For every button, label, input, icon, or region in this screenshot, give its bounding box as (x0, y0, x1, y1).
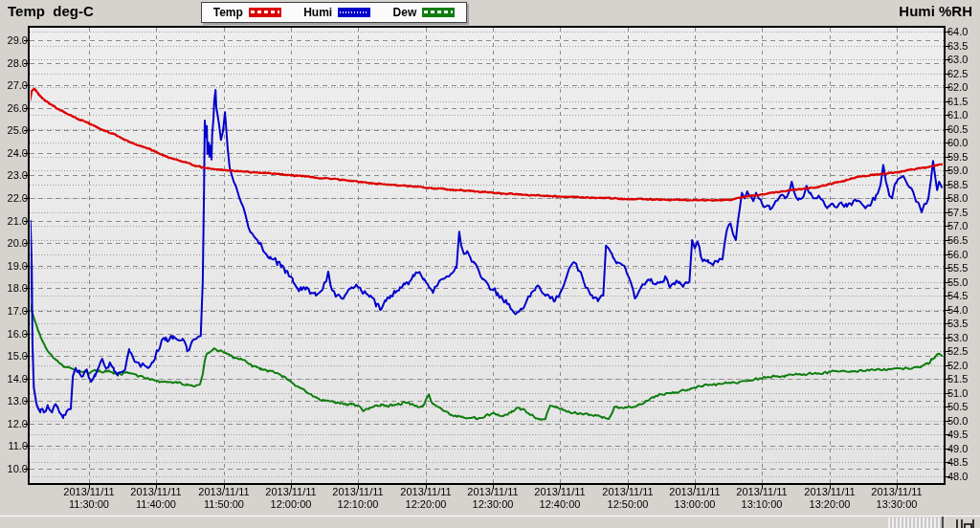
legend-label: Dew (393, 6, 417, 19)
left-axis-tick-label: 12.0 (2, 418, 28, 429)
left-axis-tick-label: 27.0 (2, 79, 28, 91)
dew-line-swatch-icon (422, 8, 455, 17)
right-axis-tick-label: 49.0 (947, 443, 978, 454)
legend-item-humi: Humi (303, 6, 370, 19)
cropped-glyph (972, 519, 974, 528)
legend-item-dew: Dew (393, 6, 456, 19)
left-axis-tick-label: 18.0 (2, 282, 28, 294)
right-axis-tick-label: 50.0 (947, 415, 978, 427)
humi-line-swatch-icon (338, 8, 370, 17)
left-axis-tick-label: 22.0 (2, 192, 28, 204)
right-axis-tick-label: 62.5 (947, 68, 978, 79)
right-axis-tick-label: 54.5 (947, 290, 978, 301)
left-axis-tick-label: 20.0 (2, 237, 28, 249)
right-axis-tick-label: 63.5 (947, 40, 978, 52)
cropped-glyph (956, 519, 958, 528)
right-axis-tick-label: 56.5 (947, 234, 978, 246)
right-axis-tick-label: 58.0 (947, 192, 978, 204)
right-axis-tick-label: 60.5 (947, 123, 978, 135)
chart-canvas (0, 0, 980, 528)
right-axis-tick-label: 59.5 (947, 151, 978, 163)
right-axis-tick-label: 63.0 (947, 54, 978, 65)
right-axis-tick-label: 59.0 (947, 165, 978, 176)
left-axis-tick-label: 16.0 (2, 328, 28, 340)
bottom-partial-toolbar (0, 516, 980, 528)
left-axis-tick-label: 10.0 (2, 463, 28, 474)
right-axis-tick-label: 48.5 (947, 456, 978, 468)
right-axis-tick-label: 54.0 (947, 304, 978, 316)
right-axis-tick-label: 64.0 (947, 26, 978, 37)
chart-window: Temp deg-C Humi %RH TempHumiDew 29.028.0… (0, 0, 980, 528)
left-axis-tick-label: 25.0 (2, 124, 28, 136)
left-axis-tick-label: 24.0 (2, 147, 28, 159)
legend-label: Humi (303, 6, 332, 19)
right-axis-tick-label: 55.0 (947, 276, 978, 288)
left-axis-tick-label: 23.0 (2, 169, 28, 181)
left-axis-tick-label: 13.0 (2, 395, 28, 407)
right-axis-tick-label: 60.0 (947, 137, 978, 148)
left-axis-tick-label: 21.0 (2, 215, 28, 227)
right-axis-tick-label: 52.5 (947, 345, 978, 357)
left-axis-title: Temp deg-C (8, 3, 94, 19)
right-axis-tick-label: 61.5 (947, 96, 978, 107)
left-axis-tick-label: 29.0 (2, 34, 28, 46)
right-axis-tick-label: 52.0 (947, 360, 978, 371)
right-axis-tick-label: 55.5 (947, 262, 978, 274)
right-axis-tick-label: 50.5 (947, 401, 978, 412)
right-axis-tick-label: 57.0 (947, 220, 978, 231)
cropped-glyph (961, 519, 963, 528)
right-axis-tick-label: 51.0 (947, 387, 978, 399)
temp-line-swatch-icon (249, 8, 281, 17)
right-axis-tick-label: 56.0 (947, 249, 978, 260)
right-axis-tick-label: 61.0 (947, 109, 978, 121)
left-axis-tick-label: 17.0 (2, 305, 28, 317)
left-axis-tick-label: 28.0 (2, 57, 28, 69)
right-axis-tick-label: 58.5 (947, 179, 978, 190)
legend-item-temp: Temp (213, 6, 281, 19)
left-axis-tick-label: 11.0 (2, 440, 28, 451)
right-axis-tick-label: 49.5 (947, 429, 978, 440)
right-axis-tick-label: 51.5 (947, 373, 978, 385)
left-axis-tick-label: 26.0 (2, 102, 28, 114)
x-axis-tick-label: 2013/11/1113:30:00 (857, 486, 937, 511)
left-axis-tick-label: 19.0 (2, 260, 28, 272)
right-axis-tick-label: 57.5 (947, 207, 978, 218)
left-axis-tick-label: 14.0 (2, 373, 28, 385)
legend: TempHumiDew (201, 2, 467, 23)
right-axis-tick-label: 62.0 (947, 81, 978, 93)
left-axis-tick-label: 15.0 (2, 350, 28, 362)
right-axis-tick-label: 48.0 (947, 471, 978, 482)
right-axis-tick-label: 53.0 (947, 332, 978, 343)
legend-label: Temp (213, 6, 243, 19)
right-axis-tick-label: 53.5 (947, 318, 978, 329)
scrollbar-grip[interactable] (888, 517, 942, 528)
right-axis-title: Humi %RH (899, 3, 972, 19)
cropped-glyph (964, 523, 972, 528)
divider (942, 517, 944, 528)
